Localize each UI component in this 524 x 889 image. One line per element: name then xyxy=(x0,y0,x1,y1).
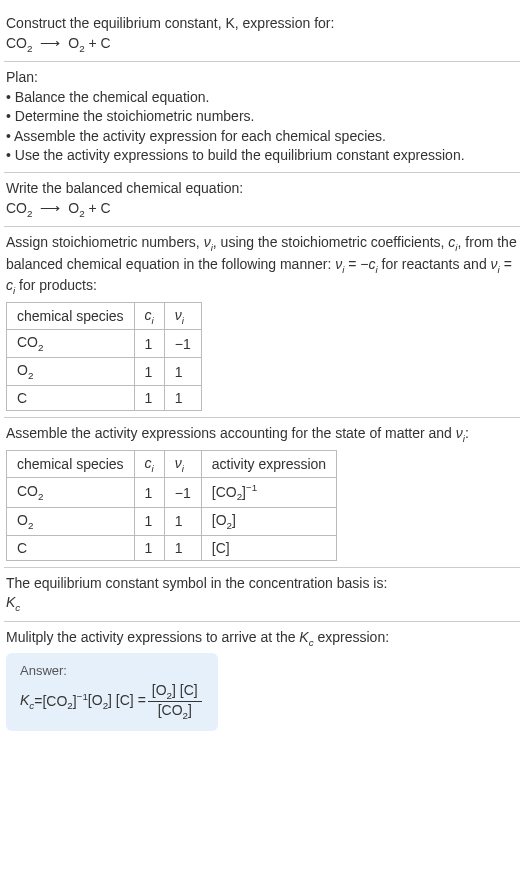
cell-species: CO2 xyxy=(7,330,135,358)
stoich-section: Assign stoichiometric numbers, νi, using… xyxy=(4,227,520,418)
stoich-eq1: = − xyxy=(344,256,368,272)
cell-activity: [C] xyxy=(201,535,336,560)
product-c: C xyxy=(101,35,111,51)
table-header-row: chemical species ci νi xyxy=(7,302,202,330)
activity-title-text: Assemble the activity expressions accoun… xyxy=(6,425,469,441)
balanced-section: Write the balanced chemical equation: CO… xyxy=(4,173,520,227)
col-ci: ci xyxy=(134,302,164,330)
cell-ci: 1 xyxy=(134,386,164,411)
col-species: chemical species xyxy=(7,302,135,330)
cell-ci: 1 xyxy=(134,330,164,358)
reactant-co2: CO2 xyxy=(6,35,32,51)
nu-symbol-3: ν xyxy=(491,256,498,272)
table-row: O2 1 1 [O2] xyxy=(7,507,337,535)
multiply-text-1: Mulitply the activity expressions to arr… xyxy=(6,629,299,645)
balanced-arrow: ⟶ xyxy=(40,199,60,219)
plan-title: Plan: xyxy=(6,68,518,88)
multiply-text-2: expression: xyxy=(314,629,389,645)
reaction-arrow: ⟶ xyxy=(40,34,60,54)
balanced-equation: CO2 ⟶ O2 + C xyxy=(6,199,518,221)
cell-species: O2 xyxy=(7,507,135,535)
cell-ci: 1 xyxy=(134,507,164,535)
frac-denominator: [CO2] xyxy=(148,702,202,721)
cell-species: C xyxy=(7,386,135,411)
cell-nui: 1 xyxy=(164,386,201,411)
stoich-table: chemical species ci νi CO2 1 −1 O2 1 1 C… xyxy=(6,302,202,411)
cell-nui: −1 xyxy=(164,478,201,507)
col-species: chemical species xyxy=(7,450,135,478)
table-row: C 1 1 [C] xyxy=(7,535,337,560)
cell-activity: [O2] xyxy=(201,507,336,535)
plan-section: Plan: • Balance the chemical equation. •… xyxy=(4,62,520,173)
balanced-plus: + xyxy=(88,200,96,216)
answer-box: Answer: Kc = [CO2]−1 [O2] [C] = [O2] [C]… xyxy=(6,653,218,731)
multiply-k: K xyxy=(299,629,308,645)
balanced-title: Write the balanced chemical equation: xyxy=(6,179,518,199)
stoich-text-5: for products: xyxy=(15,277,97,293)
plan-bullet-1: • Balance the chemical equation. xyxy=(6,88,518,108)
symbol-section: The equilibrium constant symbol in the c… xyxy=(4,568,520,622)
stoich-text-1: Assign stoichiometric numbers, xyxy=(6,234,204,250)
balanced-c: C xyxy=(101,200,111,216)
balanced-o2: O2 xyxy=(68,200,84,216)
k-symbol: K xyxy=(6,594,15,610)
cell-activity: [CO2]−1 xyxy=(201,478,336,507)
answer-equation: Kc = [CO2]−1 [O2] [C] = [O2] [C] [CO2] xyxy=(20,682,204,721)
answer-label: Answer: xyxy=(20,663,204,678)
multiply-section: Mulitply the activity expressions to arr… xyxy=(4,622,520,737)
k-sub: c xyxy=(15,602,20,613)
table-row: C 1 1 xyxy=(7,386,202,411)
frac-numerator: [O2] [C] xyxy=(148,682,202,702)
stoich-text-4: for reactants and xyxy=(378,256,491,272)
answer-term1: [CO2]−1 xyxy=(42,691,87,711)
balanced-co2: CO2 xyxy=(6,200,32,216)
plan-bullet-2: • Determine the stoichiometric numbers. xyxy=(6,107,518,127)
answer-eq-1: = xyxy=(34,693,42,709)
c-symbol-3: c xyxy=(6,277,13,293)
activity-title: Assemble the activity expressions accoun… xyxy=(6,424,518,446)
col-activity: activity expression xyxy=(201,450,336,478)
table-header-row: chemical species ci νi activity expressi… xyxy=(7,450,337,478)
answer-term2: [O2] [C] = xyxy=(88,692,146,711)
cell-ci: 1 xyxy=(134,478,164,507)
answer-fraction: [O2] [C] [CO2] xyxy=(148,682,202,721)
cell-species: C xyxy=(7,535,135,560)
cell-nui: 1 xyxy=(164,358,201,386)
stoich-eq2: = xyxy=(500,256,512,272)
plan-bullet-4: • Use the activity expressions to build … xyxy=(6,146,518,166)
stoich-text-2: , using the stoichiometric coefficients, xyxy=(213,234,449,250)
col-ci: ci xyxy=(134,450,164,478)
col-nui: νi xyxy=(164,450,201,478)
cell-nui: 1 xyxy=(164,535,201,560)
table-row: O2 1 1 xyxy=(7,358,202,386)
plus-sign: + xyxy=(88,35,96,51)
intro-title: Construct the equilibrium constant, K, e… xyxy=(6,14,518,34)
c-symbol-2: c xyxy=(369,256,376,272)
nu-symbol: ν xyxy=(204,234,211,250)
symbol-title: The equilibrium constant symbol in the c… xyxy=(6,574,518,594)
cell-ci: 1 xyxy=(134,358,164,386)
activity-section: Assemble the activity expressions accoun… xyxy=(4,418,520,568)
cell-species: O2 xyxy=(7,358,135,386)
table-row: CO2 1 −1 [CO2]−1 xyxy=(7,478,337,507)
cell-nui: 1 xyxy=(164,507,201,535)
cell-nui: −1 xyxy=(164,330,201,358)
intro-equation: CO2 ⟶ O2 + C xyxy=(6,34,518,56)
col-nui: νi xyxy=(164,302,201,330)
answer-kc: Kc xyxy=(20,692,34,711)
symbol-kc: Kc xyxy=(6,593,518,615)
activity-table: chemical species ci νi activity expressi… xyxy=(6,450,337,561)
cell-ci: 1 xyxy=(134,535,164,560)
multiply-title: Mulitply the activity expressions to arr… xyxy=(6,628,518,650)
stoich-intro: Assign stoichiometric numbers, νi, using… xyxy=(6,233,518,298)
plan-bullet-3: • Assemble the activity expression for e… xyxy=(6,127,518,147)
table-row: CO2 1 −1 xyxy=(7,330,202,358)
intro-title-text: Construct the equilibrium constant, K, e… xyxy=(6,15,334,31)
product-o2: O2 xyxy=(68,35,84,51)
intro-section: Construct the equilibrium constant, K, e… xyxy=(4,8,520,62)
cell-species: CO2 xyxy=(7,478,135,507)
